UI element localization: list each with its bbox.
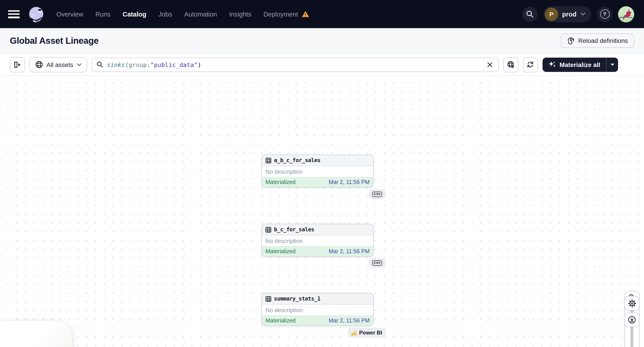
toggle-sidebar-button[interactable]	[10, 57, 25, 72]
materialize-all-button[interactable]: Materialize all	[542, 57, 606, 72]
asset-node-header: summary_stats_1	[262, 293, 373, 305]
dagster-logo-icon[interactable]	[27, 5, 46, 23]
asset-description: No description	[262, 235, 373, 246]
help-button[interactable]: ?	[597, 6, 612, 22]
page-title: Global Asset Lineage	[10, 35, 98, 46]
asset-node[interactable]: a_b_c_for_sales No description Materiali…	[262, 155, 374, 188]
asset-status-row: Materialized Mar 2, 11:56 PM	[262, 315, 373, 326]
asset-status-row: Materialized Mar 2, 11:56 PM	[262, 177, 373, 187]
reload-definitions-icon	[567, 37, 574, 44]
compute-kind-tag-csv[interactable]: CSV	[369, 189, 386, 199]
environment-switcher[interactable]: P prod	[544, 6, 591, 22]
refresh-icon	[527, 61, 534, 68]
compute-kind-tag-power-bi[interactable]: Power BI	[348, 328, 386, 338]
environment-avatar: P	[545, 7, 558, 21]
environment-name: prod	[562, 10, 576, 18]
asset-scope-dropdown[interactable]: All assets	[30, 57, 87, 72]
graph-settings-button[interactable]	[624, 296, 640, 310]
asset-name: a_b_c_for_sales	[274, 157, 320, 163]
materialization-timestamp: Mar 2, 11:56 PM	[329, 317, 370, 324]
status-badge: Materialized	[266, 248, 296, 254]
chevron-down-icon	[77, 63, 81, 66]
materialization-timestamp: Mar 2, 11:56 PM	[329, 179, 370, 185]
asset-node-header: b_c_for_sales	[262, 224, 373, 235]
nav-links: Overview Runs Catalog Jobs Automation In…	[56, 10, 309, 18]
download-icon	[628, 316, 636, 324]
cardinal-avatar-image	[618, 6, 634, 22]
lineage-toolbar: All assets sinks(group:"public_data")	[0, 54, 644, 76]
table-icon	[266, 296, 271, 302]
nav-item-overview[interactable]: Overview	[56, 10, 83, 18]
table-icon	[266, 157, 271, 163]
materialize-options-button[interactable]	[606, 57, 618, 72]
lineage-canvas[interactable]: a_b_c_for_sales No description Materiali…	[0, 76, 644, 347]
asset-node-header: a_b_c_for_sales	[262, 155, 373, 166]
download-graph-button[interactable]	[624, 313, 640, 327]
nav-item-catalog[interactable]: Catalog	[123, 10, 146, 18]
nav-item-runs[interactable]: Runs	[96, 10, 110, 18]
status-badge: Materialized	[266, 317, 296, 324]
nav-item-deployment[interactable]: Deployment	[264, 10, 309, 18]
app-window: Overview Runs Catalog Jobs Automation In…	[0, 0, 644, 347]
asset-description: No description	[262, 305, 373, 315]
reload-definitions-button[interactable]: Reload definitions	[561, 33, 634, 48]
nav-item-automation[interactable]: Automation	[184, 10, 217, 18]
materialization-timestamp: Mar 2, 11:56 PM	[329, 248, 370, 254]
compute-kind-tag-csv[interactable]: CSV	[369, 258, 386, 268]
user-avatar[interactable]	[618, 6, 634, 22]
search-icon	[96, 61, 103, 68]
asset-description: No description	[262, 166, 373, 177]
caret-down-icon	[610, 63, 614, 66]
globe-add-icon	[507, 60, 515, 68]
globe-icon	[35, 61, 43, 68]
asset-status-row: Materialized Mar 2, 11:56 PM	[262, 246, 373, 256]
help-icon: ?	[600, 9, 609, 19]
nav-item-jobs[interactable]: Jobs	[158, 10, 172, 18]
warning-icon	[302, 11, 309, 17]
gear-icon	[628, 300, 636, 307]
close-icon	[487, 62, 492, 67]
asset-name: summary_stats_1	[274, 296, 320, 302]
nav-right: P prod ?	[522, 6, 634, 22]
menu-icon[interactable]	[8, 10, 20, 18]
sparkles-icon	[548, 61, 556, 68]
status-badge: Materialized	[266, 179, 296, 185]
asset-name: b_c_for_sales	[274, 226, 314, 233]
csv-icon: CSV	[372, 192, 382, 197]
asset-query-input[interactable]: sinks(group:"public_data")	[92, 57, 499, 72]
csv-icon: CSV	[372, 261, 382, 266]
power-bi-label: Power BI	[359, 330, 382, 336]
materialize-all-split-button: Materialize all	[542, 57, 618, 72]
minimap-panel	[0, 321, 72, 347]
visualize-scope-button[interactable]	[503, 57, 518, 72]
page-header: Global Asset Lineage Reload definitions	[0, 28, 644, 54]
chevron-down-icon	[580, 12, 586, 16]
clear-query-button[interactable]	[485, 60, 495, 69]
refresh-button[interactable]	[523, 57, 538, 72]
table-icon	[266, 227, 271, 232]
search-icon	[526, 10, 534, 18]
nav-item-insights[interactable]: Insights	[229, 10, 252, 18]
asset-node[interactable]: b_c_for_sales No description Materialize…	[262, 224, 374, 257]
asset-query-text: sinks(group:"public_data")	[107, 61, 481, 68]
search-button[interactable]	[522, 6, 538, 22]
top-nav: Overview Runs Catalog Jobs Automation In…	[0, 0, 644, 28]
asset-node[interactable]: summary_stats_1 No description Materiali…	[262, 293, 374, 326]
panel-expand-icon	[14, 61, 21, 68]
power-bi-icon	[351, 330, 357, 336]
